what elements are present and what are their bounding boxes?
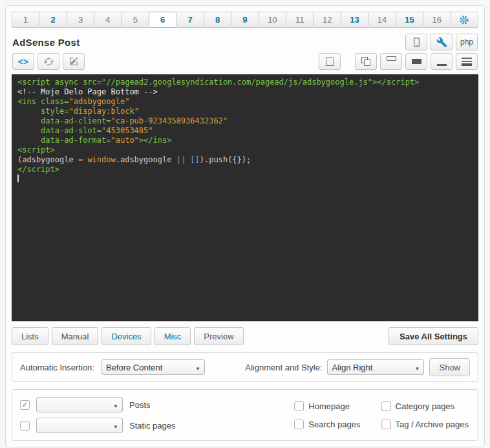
editor-section: ListsManualDevicesMiscPreview Save All S…: [12, 327, 478, 345]
category-pages-option[interactable]: Category pages: [381, 401, 469, 411]
style-wrap-button[interactable]: [355, 53, 377, 70]
style-default-button[interactable]: [319, 53, 341, 70]
code-line: style="display:block": [17, 107, 473, 116]
posts-checkbox[interactable]: [20, 400, 30, 410]
code-line: <script>: [17, 145, 473, 155]
tab-3[interactable]: 3: [67, 12, 94, 28]
tab-bar: 12345678910111213141516: [12, 12, 478, 28]
tag-archive-pages-checkbox[interactable]: [381, 420, 391, 429]
chevron-down-icon: [195, 363, 200, 372]
code-icon: <>: [18, 56, 29, 67]
filled-bar-icon: [412, 59, 421, 64]
page-type-label: Posts: [129, 400, 151, 410]
page-type-label: Static pages: [129, 421, 176, 431]
page-type-row: Posts: [20, 397, 176, 412]
code-line: data-ad-slot="453053485": [17, 126, 473, 136]
wrench-icon: [436, 37, 447, 48]
option-label: Category pages: [396, 401, 455, 411]
tab-gear[interactable]: [451, 12, 478, 28]
devices-button[interactable]: Devices: [101, 327, 151, 345]
option-label: Tag / Archive pages: [396, 420, 469, 429]
page-type-rows: PostsStatic pages: [20, 397, 176, 433]
code-line: data-ad-format="auto"></ins>: [17, 136, 473, 145]
page-type-row: Static pages: [20, 418, 176, 433]
tab-9[interactable]: 9: [231, 12, 259, 28]
align-bottom-button[interactable]: [431, 53, 453, 70]
lists-button[interactable]: Lists: [12, 327, 48, 345]
code-line: (adsbygoogle = window.adsbygoogle || [])…: [17, 155, 473, 165]
tab-16[interactable]: 16: [423, 12, 451, 28]
block-title: AdSense Post: [12, 37, 80, 48]
option-label: Search pages: [308, 420, 360, 429]
code-view-button[interactable]: <>: [12, 53, 34, 70]
show-button[interactable]: Show: [429, 358, 470, 376]
tab-7[interactable]: 7: [176, 12, 204, 28]
save-all-settings-button[interactable]: Save All Settings: [389, 327, 478, 345]
chevron-down-icon: [415, 363, 420, 372]
misc-button[interactable]: Misc: [154, 327, 191, 345]
overlap-squares-icon: [361, 57, 371, 66]
tab-11[interactable]: 11: [286, 12, 314, 28]
code-line: <!-- Moje Delo Page Bottom -->: [17, 87, 473, 97]
code-line: </script>: [17, 165, 473, 175]
page-checkboxes: HomepageCategory pagesSearch pagesTag / …: [294, 401, 469, 429]
chevron-down-icon: [113, 421, 118, 431]
edit-icon: [69, 56, 79, 67]
option-label: Homepage: [308, 401, 350, 411]
static-pages-select[interactable]: [36, 418, 123, 433]
editor-section-buttons: ListsManualDevicesMiscPreview: [12, 327, 244, 345]
insertion-box: Automatic Insertion: Before Content Alig…: [12, 352, 478, 382]
code-line: <script async src="//pagead2.googlesyndi…: [17, 78, 473, 87]
tab-5[interactable]: 5: [122, 12, 149, 28]
code-line: data-ad-client="ca-pub-9234358936432362": [17, 116, 473, 126]
tools-button[interactable]: [431, 34, 453, 50]
manual-button[interactable]: Manual: [52, 327, 99, 345]
tab-1[interactable]: 1: [12, 12, 39, 28]
page-types-box: PostsStatic pages HomepageCategory pages…: [12, 389, 478, 441]
mobile-preview-button[interactable]: [405, 34, 427, 50]
tab-10[interactable]: 10: [259, 12, 286, 28]
automatic-insertion-label: Automatic Insertion:: [20, 363, 94, 372]
tab-4[interactable]: 4: [94, 12, 122, 28]
tab-13[interactable]: 13: [341, 12, 368, 28]
static-pages-checkbox[interactable]: [20, 421, 30, 431]
homepage-option[interactable]: Homepage: [294, 401, 360, 411]
refresh-icon: [43, 56, 54, 67]
code-line: <ins class="adsbygoogle": [17, 97, 473, 107]
tab-6[interactable]: 6: [149, 12, 176, 28]
php-button[interactable]: php: [456, 34, 478, 50]
code-editor[interactable]: <script async src="//pagead2.googlesyndi…: [12, 74, 478, 321]
bottom-line-icon: [437, 64, 447, 66]
tab-12[interactable]: 12: [313, 12, 341, 28]
automatic-insertion-select[interactable]: Before Content: [101, 359, 205, 375]
phone-icon: [411, 37, 422, 48]
custom-style-button[interactable]: [456, 53, 478, 70]
homepage-checkbox[interactable]: [294, 401, 304, 411]
align-top-button[interactable]: [380, 53, 402, 70]
alignment-select[interactable]: Align Right: [327, 359, 424, 375]
tab-14[interactable]: 14: [368, 12, 396, 28]
search-pages-option[interactable]: Search pages: [294, 420, 360, 429]
edit-button[interactable]: [63, 53, 85, 70]
block-header: AdSense Post php: [12, 34, 478, 50]
refresh-button[interactable]: [37, 53, 59, 70]
tag-archive-pages-option[interactable]: Tag / Archive pages: [381, 420, 469, 429]
editor-toolbar: <>: [12, 53, 478, 70]
text-cursor: [17, 175, 19, 182]
tab-2[interactable]: 2: [39, 12, 67, 28]
gear-icon: [459, 15, 469, 25]
category-pages-checkbox[interactable]: [381, 401, 391, 411]
chevron-down-icon: [113, 400, 118, 410]
tab-15[interactable]: 15: [396, 12, 423, 28]
lines-icon: [462, 58, 472, 66]
alignment-style-label: Alignment and Style:: [245, 363, 322, 372]
ad-inserter-panel: 12345678910111213141516 AdSense Post php: [5, 5, 485, 447]
search-pages-checkbox[interactable]: [294, 420, 304, 429]
posts-select[interactable]: [36, 397, 123, 412]
square-icon: [326, 58, 334, 66]
preview-button[interactable]: Preview: [194, 327, 243, 345]
tab-8[interactable]: 8: [204, 12, 231, 28]
align-center-button[interactable]: [405, 53, 427, 70]
top-bar-icon: [387, 56, 396, 61]
